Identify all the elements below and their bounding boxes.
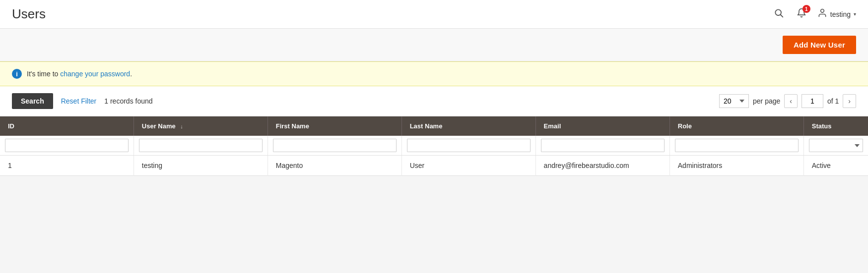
page-toolbar: Add New User <box>0 29 868 61</box>
user-avatar-icon <box>817 8 827 20</box>
filter-input-id[interactable] <box>5 139 129 152</box>
header-actions: 1 testing ▾ <box>772 6 856 22</box>
filter-cell-role <box>669 136 803 156</box>
filter-cell-id <box>0 136 134 156</box>
cell-firstname: Magento <box>267 156 401 176</box>
reset-filter-link[interactable]: Reset Filter <box>61 97 97 105</box>
filter-input-lastname[interactable] <box>407 139 531 152</box>
col-header-role[interactable]: Role <box>669 116 803 136</box>
col-header-username[interactable]: User Name ↓ <box>134 116 267 136</box>
status-badge: Active <box>812 162 831 169</box>
notification-badge: 1 <box>802 5 810 13</box>
info-icon: i <box>12 69 22 79</box>
user-name-label: testing <box>830 10 851 18</box>
add-new-user-button[interactable]: Add New User <box>783 36 856 54</box>
table-filter-row: Active Inactive <box>0 136 868 156</box>
cell-id: 1 <box>0 156 134 176</box>
filter-input-email[interactable] <box>541 139 665 152</box>
per-page-label: per page <box>753 97 780 105</box>
users-table: ID User Name ↓ First Name Last Name Emai… <box>0 116 868 176</box>
cell-status: Active <box>803 156 868 176</box>
filter-input-role[interactable] <box>675 139 799 152</box>
filter-cell-username <box>134 136 267 156</box>
user-menu[interactable]: testing ▾ <box>817 8 856 20</box>
notification-button[interactable]: 1 <box>795 6 808 22</box>
col-header-email[interactable]: Email <box>535 116 669 136</box>
col-header-lastname[interactable]: Last Name <box>401 116 535 136</box>
sort-arrow-icon: ↓ <box>180 123 183 129</box>
filter-input-username[interactable] <box>139 139 263 152</box>
filter-bar: Search Reset Filter 1 records found 20 3… <box>0 86 868 116</box>
col-header-status[interactable]: Status <box>803 116 868 136</box>
table-header-row: ID User Name ↓ First Name Last Name Emai… <box>0 116 868 136</box>
page-number-input[interactable] <box>801 94 823 108</box>
filter-cell-status: Active Inactive <box>803 136 868 156</box>
svg-line-1 <box>781 15 783 17</box>
user-menu-chevron-icon: ▾ <box>854 11 856 17</box>
per-page-select[interactable]: 20 30 50 100 200 <box>719 94 749 108</box>
data-table-wrapper: ID User Name ↓ First Name Last Name Emai… <box>0 116 868 176</box>
filter-cell-firstname <box>267 136 401 156</box>
notice-text: It's time to change your password. <box>27 70 132 78</box>
notice-banner: i It's time to change your password. <box>0 61 868 86</box>
filter-cell-lastname <box>401 136 535 156</box>
cell-lastname: User <box>401 156 535 176</box>
svg-point-2 <box>820 9 824 13</box>
search-button[interactable]: Search <box>12 93 53 109</box>
of-pages-label: of 1 <box>827 97 839 105</box>
change-password-link[interactable]: change your password <box>60 70 130 78</box>
page-next-button[interactable]: › <box>843 94 856 108</box>
page-header: Users 1 testing ▾ <box>0 0 868 29</box>
page-prev-button[interactable]: ‹ <box>784 94 798 108</box>
filter-cell-email <box>535 136 669 156</box>
col-header-firstname[interactable]: First Name <box>267 116 401 136</box>
filter-input-firstname[interactable] <box>273 139 397 152</box>
pagination-controls: 20 30 50 100 200 per page ‹ of 1 › <box>719 94 856 108</box>
cell-username: testing <box>134 156 267 176</box>
page-title: Users <box>12 6 46 22</box>
cell-role: Administrators <box>669 156 803 176</box>
search-icon-button[interactable] <box>772 6 786 22</box>
cell-email: andrey@firebearstudio.com <box>535 156 669 176</box>
records-found-label: 1 records found <box>104 97 152 105</box>
col-header-id[interactable]: ID <box>0 116 134 136</box>
filter-select-status[interactable]: Active Inactive <box>809 139 863 152</box>
table-row[interactable]: 1 testing Magento User andrey@firebearst… <box>0 156 868 176</box>
